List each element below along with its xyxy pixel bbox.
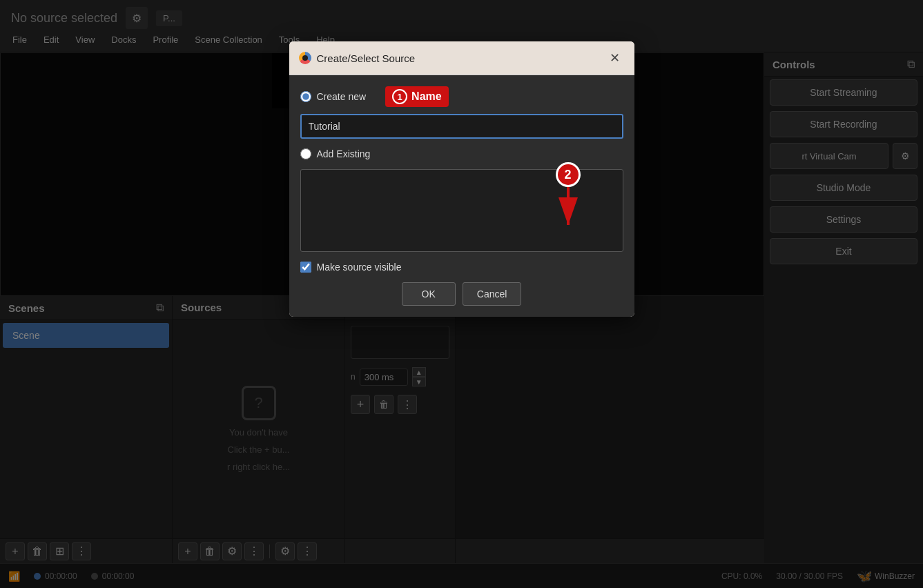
badge1-circle: 1 [392,89,407,104]
create-new-row: Create new 1 Name [300,86,623,107]
dialog-body: Create new 1 Name Add Existing [289,75,634,317]
make-visible-checkbox[interactable] [300,262,311,273]
dialog-title-row: Create/Select Source [299,52,416,64]
dialog-title: Create/Select Source [317,52,416,64]
add-existing-row: Add Existing [300,148,623,159]
dialog-cancel-button[interactable]: Cancel [463,282,522,306]
dialog-header: Create/Select Source ✕ [289,41,634,75]
badge2-arrow [554,187,582,228]
badge2-container: 2 [554,162,582,228]
badge1-text: Name [411,90,442,103]
dialog-overlay: Create/Select Source ✕ Create new 1 Name [0,0,923,588]
dialog-ok-button[interactable]: OK [402,282,456,306]
make-visible-label: Make source visible [317,262,402,273]
badge1: 1 Name [385,86,449,107]
list-area-container: 2 [300,169,623,252]
create-select-source-dialog: Create/Select Source ✕ Create new 1 Name [289,41,634,317]
dialog-close-button[interactable]: ✕ [605,48,625,68]
create-new-radio[interactable] [300,91,311,102]
badge2-circle: 2 [556,162,581,187]
make-visible-row: Make source visible [300,262,623,273]
add-existing-radio[interactable] [300,148,311,159]
dialog-buttons: OK Cancel [300,282,623,306]
dialog-obs-icon [299,52,311,64]
create-new-label: Create new [317,91,367,102]
badge1-container: 1 Name [385,86,449,107]
add-existing-label: Add Existing [317,148,371,159]
source-name-input[interactable] [300,114,623,139]
